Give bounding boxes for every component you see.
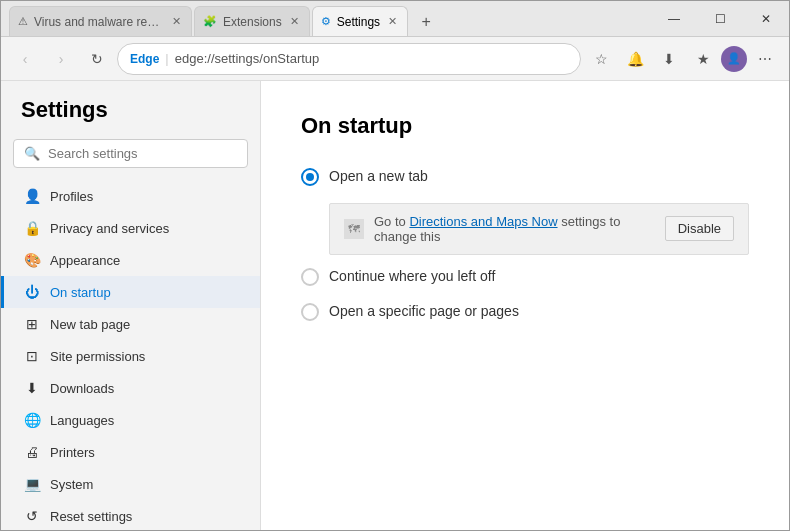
option-open-new-tab[interactable]: Open a new tab — [301, 167, 749, 187]
option-continue[interactable]: Continue where you left off — [301, 267, 749, 287]
radio-open-new-tab[interactable] — [301, 168, 319, 186]
sidebar-item-appearance[interactable]: 🎨 Appearance — [1, 244, 260, 276]
address-separator: | — [165, 51, 168, 66]
sidebar-item-profiles[interactable]: 👤 Profiles — [1, 180, 260, 212]
address-box[interactable]: Edge | edge://settings/onStartup — [117, 43, 581, 75]
profiles-icon: 👤 — [24, 188, 40, 204]
edge-logo: Edge — [130, 52, 159, 66]
sidebar-item-reset-label: Reset settings — [50, 509, 132, 524]
sidebar: Settings 🔍 👤 Profiles 🔒 Privacy and serv… — [1, 81, 261, 530]
more-menu-button[interactable]: ⋯ — [749, 43, 781, 75]
sidebar-item-permissions-label: Site permissions — [50, 349, 145, 364]
sidebar-title: Settings — [1, 97, 260, 139]
collections-button[interactable]: 🔔 — [619, 43, 651, 75]
tab-extensions-close[interactable]: ✕ — [288, 13, 301, 30]
close-button[interactable]: ✕ — [743, 1, 789, 37]
sidebar-item-profiles-label: Profiles — [50, 189, 93, 204]
forward-button[interactable]: › — [45, 43, 77, 75]
main-area: Settings 🔍 👤 Profiles 🔒 Privacy and serv… — [1, 81, 789, 530]
sidebar-item-languages[interactable]: 🌐 Languages — [1, 404, 260, 436]
minimize-button[interactable]: — — [651, 1, 697, 37]
titlebar: ⚠ Virus and malware removal instr... ✕ 🧩… — [1, 1, 789, 37]
tab-virus-close[interactable]: ✕ — [170, 13, 183, 30]
sidebar-item-system[interactable]: 💻 System — [1, 468, 260, 500]
tab-extensions[interactable]: 🧩 Extensions ✕ — [194, 6, 310, 36]
option-continue-label: Continue where you left off — [329, 267, 495, 287]
directions-text: Go to Directions and Maps Now settings t… — [374, 214, 655, 244]
sidebar-item-privacy[interactable]: 🔒 Privacy and services — [1, 212, 260, 244]
content-area: On startup Open a new tab 🗺 Go to Direct… — [261, 81, 789, 530]
system-icon: 💻 — [24, 476, 40, 492]
tabs-area: ⚠ Virus and malware removal instr... ✕ 🧩… — [1, 1, 651, 36]
bookmark-button[interactable]: ☆ — [585, 43, 617, 75]
option-open-new-tab-label: Open a new tab — [329, 167, 428, 187]
search-input[interactable] — [48, 146, 237, 161]
directions-favicon: 🗺 — [344, 219, 364, 239]
favorites-button[interactable]: ★ — [687, 43, 719, 75]
directions-text-before: Go to — [374, 214, 409, 229]
sidebar-item-privacy-label: Privacy and services — [50, 221, 169, 236]
sidebar-item-printers-label: Printers — [50, 445, 95, 460]
sidebar-item-languages-label: Languages — [50, 413, 114, 428]
sidebar-item-onstartup-label: On startup — [50, 285, 111, 300]
radio-specific-page[interactable] — [301, 303, 319, 321]
sidebar-item-onstartup[interactable]: ⏻ On startup — [1, 276, 260, 308]
permissions-icon: ⊡ — [24, 348, 40, 364]
tab-settings-title: Settings — [337, 15, 380, 29]
tab-settings-close[interactable]: ✕ — [386, 13, 399, 30]
toolbar-icons: ☆ 🔔 ⬇ ★ 👤 ⋯ — [585, 43, 781, 75]
sidebar-item-permissions[interactable]: ⊡ Site permissions — [1, 340, 260, 372]
onstartup-icon: ⏻ — [24, 284, 40, 300]
privacy-icon: 🔒 — [24, 220, 40, 236]
radio-inner-dot — [306, 173, 314, 181]
back-button[interactable]: ‹ — [9, 43, 41, 75]
directions-notice: 🗺 Go to Directions and Maps Now settings… — [329, 203, 749, 255]
newtab-icon: ⊞ — [24, 316, 40, 332]
languages-icon: 🌐 — [24, 412, 40, 428]
search-icon: 🔍 — [24, 146, 40, 161]
refresh-button[interactable]: ↻ — [81, 43, 113, 75]
tab-settings-favicon: ⚙ — [321, 15, 331, 28]
new-tab-button[interactable]: + — [412, 8, 440, 36]
tab-virus-favicon: ⚠ — [18, 15, 28, 28]
appearance-icon: 🎨 — [24, 252, 40, 268]
search-box[interactable]: 🔍 — [13, 139, 248, 168]
download-status-icon[interactable]: ⬇ — [653, 43, 685, 75]
profile-button[interactable]: 👤 — [721, 46, 747, 72]
address-path: edge://settings/onStartup — [175, 51, 320, 66]
sidebar-item-newtab-label: New tab page — [50, 317, 130, 332]
page-title: On startup — [301, 113, 749, 139]
tab-settings[interactable]: ⚙ Settings ✕ — [312, 6, 408, 36]
reset-icon: ↺ — [24, 508, 40, 524]
option-specific-page-label: Open a specific page or pages — [329, 302, 519, 322]
sidebar-item-newtab[interactable]: ⊞ New tab page — [1, 308, 260, 340]
tab-virus-title: Virus and malware removal instr... — [34, 15, 164, 29]
tab-extensions-favicon: 🧩 — [203, 15, 217, 28]
sidebar-item-printers[interactable]: 🖨 Printers — [1, 436, 260, 468]
addressbar: ‹ › ↻ Edge | edge://settings/onStartup ☆… — [1, 37, 789, 81]
sidebar-item-appearance-label: Appearance — [50, 253, 120, 268]
sidebar-item-system-label: System — [50, 477, 93, 492]
sidebar-item-downloads[interactable]: ⬇ Downloads — [1, 372, 260, 404]
radio-continue[interactable] — [301, 268, 319, 286]
directions-link[interactable]: Directions and Maps Now — [409, 214, 557, 229]
tab-extensions-title: Extensions — [223, 15, 282, 29]
option-specific-page[interactable]: Open a specific page or pages — [301, 302, 749, 322]
sidebar-item-reset[interactable]: ↺ Reset settings — [1, 500, 260, 530]
window-controls: — ☐ ✕ — [651, 1, 789, 36]
printers-icon: 🖨 — [24, 444, 40, 460]
maximize-button[interactable]: ☐ — [697, 1, 743, 37]
tab-virus[interactable]: ⚠ Virus and malware removal instr... ✕ — [9, 6, 192, 36]
sidebar-item-downloads-label: Downloads — [50, 381, 114, 396]
downloads-icon: ⬇ — [24, 380, 40, 396]
disable-button[interactable]: Disable — [665, 216, 734, 241]
browser-window: ⚠ Virus and malware removal instr... ✕ 🧩… — [0, 0, 790, 531]
